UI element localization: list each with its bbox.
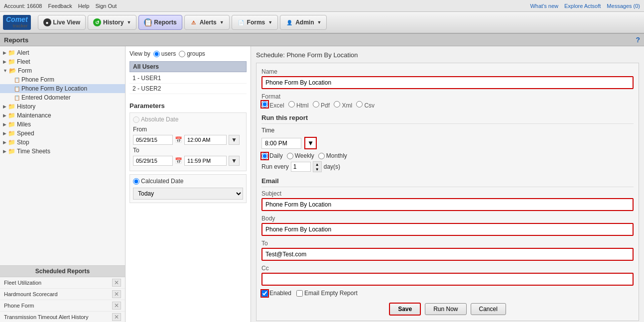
run-every-input[interactable] <box>291 162 311 172</box>
signout-link[interactable]: Sign Out <box>95 3 117 9</box>
abs-date-radio-label[interactable]: Absolute Date <box>133 116 243 123</box>
subject-input[interactable] <box>261 198 634 211</box>
cancel-button[interactable]: Cancel <box>471 303 506 315</box>
freq-weekly-label[interactable]: Weekly <box>287 152 314 159</box>
format-xml-radio[interactable] <box>334 101 340 107</box>
freq-monthly-radio[interactable] <box>318 153 325 159</box>
expand-arrow-stop: ▶ <box>3 140 6 145</box>
tree-item-alert[interactable]: ▶ 📁 Alert <box>0 48 125 57</box>
to-email-input[interactable] <box>261 248 634 261</box>
to-time-dropdown-arrow[interactable]: ▼ <box>229 156 240 166</box>
from-time-dropdown-arrow[interactable]: ▼ <box>229 135 240 145</box>
time-dropdown-button[interactable]: ▼ <box>304 137 317 149</box>
cc-row: Cc <box>261 265 634 286</box>
tree-item-phone-form-by-location[interactable]: 📋 Phone Form By Location <box>0 84 125 93</box>
tree-item-speed[interactable]: ▶ 📁 Speed <box>0 129 125 138</box>
email-empty-report-checkbox[interactable] <box>296 290 303 297</box>
folder-icon-miles: 📁 <box>8 121 15 128</box>
whats-new-link[interactable]: What's new <box>530 3 558 9</box>
to-time-input[interactable] <box>184 156 227 166</box>
tree-item-history[interactable]: ▶ 📁 History <box>0 102 125 111</box>
to-date-input[interactable] <box>133 156 173 166</box>
tree-item-phone-form[interactable]: 📋 Phone Form <box>0 75 125 84</box>
tree-item-entered-odometer[interactable]: 📋 Entered Odometer <box>0 93 125 102</box>
name-input[interactable] <box>261 76 634 89</box>
view-by-row: View by users groups <box>129 50 247 57</box>
tree-item-stop[interactable]: ▶ 📁 Stop <box>0 138 125 147</box>
user-list-item-2[interactable]: 2 - USER2 <box>129 84 247 94</box>
tree-item-miles[interactable]: ▶ 📁 Miles <box>0 120 125 129</box>
freq-daily-radio[interactable] <box>261 153 268 159</box>
tree-item-time-sheets[interactable]: ▶ 📁 Time Sheets <box>0 147 125 156</box>
admin-button[interactable]: 👤 Admin ▼ <box>280 15 327 30</box>
spinner-up-button[interactable]: ▲ <box>313 162 321 167</box>
feedback-link[interactable]: Feedback <box>48 3 72 9</box>
top-bar: Account: 16608 Feedback Help Sign Out Wh… <box>0 0 644 12</box>
from-time-input[interactable] <box>184 135 227 145</box>
scheduled-close-fleet-util[interactable]: ✕ <box>112 279 121 287</box>
expand-arrow-time-sheets: ▶ <box>3 149 6 154</box>
format-excel-radio[interactable] <box>261 101 268 107</box>
format-excel-label[interactable]: Excel <box>261 101 284 109</box>
tree-item-maintenance[interactable]: ▶ 📁 Maintenance <box>0 111 125 120</box>
enabled-checkbox-label[interactable]: Enabled <box>261 290 291 297</box>
tree-item-fleet[interactable]: ▶ 📁 Fleet <box>0 57 125 66</box>
format-html-radio[interactable] <box>288 101 295 107</box>
enabled-checkbox[interactable] <box>261 290 268 297</box>
format-pdf-radio[interactable] <box>313 101 319 107</box>
freq-daily-label[interactable]: Daily <box>261 152 283 159</box>
history-button[interactable]: ↺ History ▼ <box>88 15 136 30</box>
spinner-down-button[interactable]: ▼ <box>313 167 321 172</box>
calc-date-radio[interactable] <box>133 178 139 185</box>
alerts-button[interactable]: ⚠ Alerts ▼ <box>184 15 230 30</box>
save-button[interactable]: Save <box>389 303 421 316</box>
reports-button[interactable]: 📋 Reports <box>138 15 182 30</box>
scheduled-item-hardmount[interactable]: Hardmount Scorecard ✕ <box>0 289 125 300</box>
freq-monthly-label[interactable]: Monthly <box>318 152 347 159</box>
scheduled-close-transmission[interactable]: ✕ <box>112 313 121 321</box>
freq-weekly-radio[interactable] <box>287 153 293 159</box>
explore-actsoft-link[interactable]: Explore Actsoft <box>564 3 601 9</box>
users-label: users <box>161 50 176 57</box>
scheduled-item-transmission[interactable]: Transmission Timeout Alert History ✕ <box>0 312 125 322</box>
view-by-groups-label[interactable]: groups <box>179 50 205 57</box>
format-csv-radio[interactable] <box>356 101 363 107</box>
live-view-button[interactable]: ● Live View <box>38 15 86 30</box>
format-xml-label[interactable]: Xml <box>334 101 352 109</box>
format-html-text: Html <box>296 102 309 109</box>
email-empty-report-label[interactable]: Email Empty Report <box>296 290 358 297</box>
folder-icon-alert: 📁 <box>8 49 15 56</box>
format-html-label[interactable]: Html <box>288 101 309 109</box>
cc-input[interactable] <box>261 273 634 286</box>
from-date-input[interactable] <box>133 135 173 145</box>
user-list-item-1[interactable]: 1 - USER1 <box>129 73 247 84</box>
body-input[interactable] <box>261 223 634 236</box>
admin-dropdown-arrow: ▼ <box>317 20 322 25</box>
help-link[interactable]: Help <box>78 3 90 9</box>
forms-icon: 📄 <box>237 18 245 26</box>
calculated-date-select[interactable]: Today Yesterday This Week <box>133 188 243 200</box>
from-cal-icon[interactable]: 📅 <box>175 136 182 143</box>
view-by-users-label[interactable]: users <box>153 50 176 57</box>
format-pdf-label[interactable]: Pdf <box>313 101 330 109</box>
messages-link[interactable]: Messages (0) <box>607 3 640 9</box>
from-label: From <box>133 126 147 133</box>
forms-button[interactable]: 📄 Forms ▼ <box>232 15 278 30</box>
to-cal-icon[interactable]: 📅 <box>175 157 182 164</box>
time-value-input[interactable] <box>261 138 301 149</box>
view-by-users-radio[interactable] <box>153 51 160 57</box>
format-csv-label[interactable]: Csv <box>356 101 375 109</box>
abs-date-radio[interactable] <box>133 116 139 123</box>
run-now-button[interactable]: Run Now <box>425 303 466 315</box>
scheduled-item-phone-form[interactable]: Phone Form ✕ <box>0 300 125 312</box>
format-row: Format Excel Html Pdf <box>261 93 634 110</box>
view-by-groups-radio[interactable] <box>179 51 185 57</box>
calc-date-radio-label[interactable]: Calculated Date <box>133 178 243 185</box>
logo: Comet tracker <box>3 15 31 29</box>
help-icon[interactable]: ? <box>636 36 640 44</box>
scheduled-close-phone-form[interactable]: ✕ <box>112 302 121 310</box>
run-every-unit: day(s) <box>324 163 340 170</box>
scheduled-close-hardmount[interactable]: ✕ <box>112 290 121 298</box>
scheduled-item-fleet-util[interactable]: Fleet Utilization ✕ <box>0 277 125 289</box>
tree-item-form[interactable]: ▼ 📂 Form <box>0 66 125 75</box>
